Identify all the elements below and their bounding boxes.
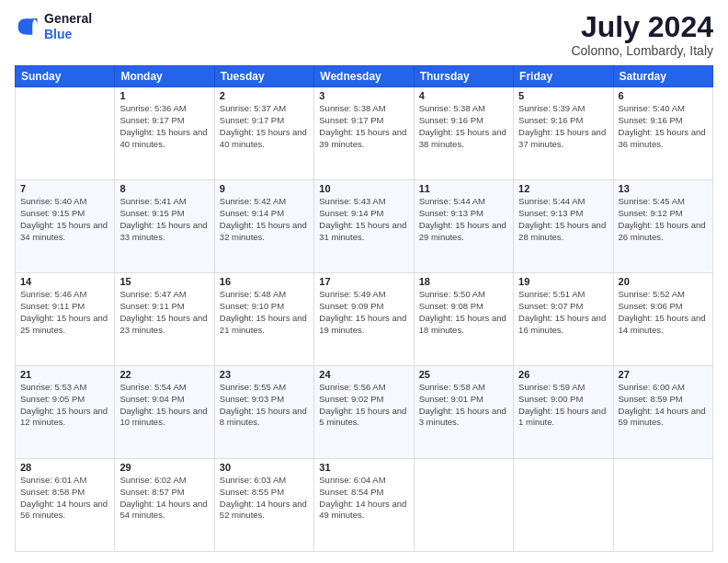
sunrise-text: Sunrise: 5:44 AM: [419, 196, 485, 206]
table-row: 19Sunrise: 5:51 AMSunset: 9:07 PMDayligh…: [514, 273, 613, 366]
table-row: 29Sunrise: 6:02 AMSunset: 8:57 PMDayligh…: [115, 459, 214, 552]
daylight-text: Daylight: 15 hours and 14 minutes.: [619, 313, 706, 335]
day-number: 30: [220, 462, 309, 473]
day-info: Sunrise: 5:37 AMSunset: 9:17 PMDaylight:…: [220, 103, 309, 150]
day-number: 15: [119, 276, 209, 287]
sunset-text: Sunset: 9:13 PM: [518, 208, 583, 218]
daylight-text: Daylight: 15 hours and 10 minutes.: [119, 406, 207, 428]
sunrise-text: Sunrise: 5:40 AM: [20, 196, 86, 206]
header-thursday: Thursday: [414, 66, 513, 87]
sunset-text: Sunset: 8:55 PM: [220, 487, 284, 497]
day-number: 12: [518, 183, 608, 194]
daylight-text: Daylight: 15 hours and 28 minutes.: [518, 220, 606, 242]
day-number: 8: [119, 183, 209, 194]
day-number: 26: [518, 369, 608, 380]
daylight-text: Daylight: 14 hours and 59 minutes.: [619, 406, 706, 428]
sunset-text: Sunset: 9:14 PM: [220, 208, 284, 218]
sunrise-text: Sunrise: 5:46 AM: [20, 289, 86, 299]
sunrise-text: Sunrise: 5:43 AM: [319, 196, 385, 206]
sunrise-text: Sunrise: 6:00 AM: [619, 382, 685, 392]
day-number: 19: [518, 276, 608, 287]
daylight-text: Daylight: 14 hours and 54 minutes.: [119, 499, 207, 521]
table-row: 27Sunrise: 6:00 AMSunset: 8:59 PMDayligh…: [613, 366, 712, 459]
table-row: 13Sunrise: 5:45 AMSunset: 9:12 PMDayligh…: [613, 180, 712, 273]
sunrise-text: Sunrise: 5:48 AM: [220, 289, 286, 299]
daylight-text: Daylight: 15 hours and 34 minutes.: [20, 220, 108, 242]
sunset-text: Sunset: 9:16 PM: [518, 115, 583, 125]
header-tuesday: Tuesday: [214, 66, 313, 87]
day-number: 5: [518, 90, 608, 101]
logo: General Blue: [15, 11, 92, 42]
subtitle: Colonno, Lombardy, Italy: [571, 43, 713, 58]
day-info: Sunrise: 5:50 AMSunset: 9:08 PMDaylight:…: [419, 289, 508, 336]
daylight-text: Daylight: 15 hours and 18 minutes.: [419, 313, 506, 335]
sunset-text: Sunset: 9:17 PM: [319, 115, 383, 125]
day-info: Sunrise: 5:48 AMSunset: 9:10 PMDaylight:…: [220, 289, 309, 336]
day-number: 14: [20, 276, 109, 287]
header-friday: Friday: [514, 66, 613, 87]
header-wednesday: Wednesday: [314, 66, 414, 87]
day-number: 27: [619, 369, 708, 380]
calendar-week-row: 28Sunrise: 6:01 AMSunset: 8:58 PMDayligh…: [16, 459, 713, 552]
sunset-text: Sunset: 9:07 PM: [518, 301, 583, 311]
table-row: 2Sunrise: 5:37 AMSunset: 9:17 PMDaylight…: [214, 87, 313, 180]
sunset-text: Sunset: 9:04 PM: [119, 394, 184, 404]
sunrise-text: Sunrise: 5:44 AM: [518, 196, 585, 206]
day-number: 10: [319, 183, 408, 194]
daylight-text: Daylight: 15 hours and 12 minutes.: [20, 406, 108, 428]
sunrise-text: Sunrise: 5:55 AM: [220, 382, 286, 392]
table-row: 16Sunrise: 5:48 AMSunset: 9:10 PMDayligh…: [214, 273, 313, 366]
sunset-text: Sunset: 9:15 PM: [20, 208, 85, 218]
table-row: 10Sunrise: 5:43 AMSunset: 9:14 PMDayligh…: [314, 180, 414, 273]
calendar-week-row: 7Sunrise: 5:40 AMSunset: 9:15 PMDaylight…: [16, 180, 713, 273]
daylight-text: Daylight: 15 hours and 16 minutes.: [518, 313, 606, 335]
day-number: 9: [220, 183, 309, 194]
calendar-week-row: 1Sunrise: 5:36 AMSunset: 9:17 PMDaylight…: [16, 87, 713, 180]
day-info: Sunrise: 5:47 AMSunset: 9:11 PMDaylight:…: [119, 289, 209, 336]
sunrise-text: Sunrise: 6:04 AM: [319, 475, 385, 485]
day-number: 22: [119, 369, 209, 380]
sunrise-text: Sunrise: 5:58 AM: [419, 382, 485, 392]
sunset-text: Sunset: 9:03 PM: [220, 394, 284, 404]
day-info: Sunrise: 5:49 AMSunset: 9:09 PMDaylight:…: [319, 289, 408, 336]
sunrise-text: Sunrise: 5:51 AM: [518, 289, 585, 299]
sunrise-text: Sunrise: 5:54 AM: [119, 382, 186, 392]
daylight-text: Daylight: 15 hours and 1 minute.: [518, 406, 606, 428]
daylight-text: Daylight: 15 hours and 38 minutes.: [419, 127, 506, 149]
table-row: [514, 459, 613, 552]
day-number: 1: [119, 90, 209, 101]
sunset-text: Sunset: 9:15 PM: [119, 208, 184, 218]
calendar-week-row: 21Sunrise: 5:53 AMSunset: 9:05 PMDayligh…: [16, 366, 713, 459]
sunrise-text: Sunrise: 5:50 AM: [419, 289, 485, 299]
day-info: Sunrise: 5:36 AMSunset: 9:17 PMDaylight:…: [119, 103, 209, 150]
daylight-text: Daylight: 15 hours and 32 minutes.: [220, 220, 307, 242]
header-sunday: Sunday: [16, 66, 115, 87]
logo-text: General Blue: [44, 11, 92, 42]
day-number: 4: [419, 90, 508, 101]
day-info: Sunrise: 5:58 AMSunset: 9:01 PMDaylight:…: [419, 382, 508, 429]
sunset-text: Sunset: 9:02 PM: [319, 394, 383, 404]
table-row: 22Sunrise: 5:54 AMSunset: 9:04 PMDayligh…: [115, 366, 214, 459]
sunset-text: Sunset: 9:06 PM: [619, 301, 683, 311]
header: General Blue July 2024 Colonno, Lombardy…: [15, 11, 713, 58]
day-number: 18: [419, 276, 508, 287]
day-info: Sunrise: 5:46 AMSunset: 9:11 PMDaylight:…: [20, 289, 109, 336]
table-row: 23Sunrise: 5:55 AMSunset: 9:03 PMDayligh…: [214, 366, 313, 459]
day-info: Sunrise: 5:40 AMSunset: 9:16 PMDaylight:…: [619, 103, 708, 150]
table-row: 30Sunrise: 6:03 AMSunset: 8:55 PMDayligh…: [214, 459, 313, 552]
sunset-text: Sunset: 9:09 PM: [319, 301, 383, 311]
day-info: Sunrise: 5:41 AMSunset: 9:15 PMDaylight:…: [119, 196, 209, 243]
day-info: Sunrise: 5:40 AMSunset: 9:15 PMDaylight:…: [20, 196, 109, 243]
sunrise-text: Sunrise: 6:03 AM: [220, 475, 286, 485]
day-info: Sunrise: 5:44 AMSunset: 9:13 PMDaylight:…: [518, 196, 608, 243]
sunset-text: Sunset: 9:11 PM: [119, 301, 184, 311]
sunrise-text: Sunrise: 5:38 AM: [419, 103, 485, 113]
sunrise-text: Sunrise: 5:36 AM: [119, 103, 186, 113]
day-info: Sunrise: 5:51 AMSunset: 9:07 PMDaylight:…: [518, 289, 608, 336]
title-section: July 2024 Colonno, Lombardy, Italy: [571, 11, 713, 58]
day-info: Sunrise: 5:39 AMSunset: 9:16 PMDaylight:…: [518, 103, 608, 150]
table-row: 9Sunrise: 5:42 AMSunset: 9:14 PMDaylight…: [214, 180, 313, 273]
day-number: 11: [419, 183, 508, 194]
header-saturday: Saturday: [613, 66, 712, 87]
day-number: 16: [220, 276, 309, 287]
